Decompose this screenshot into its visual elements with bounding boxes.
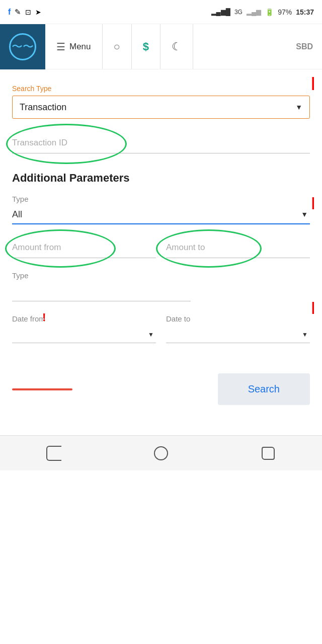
date-to-arrow-icon: ▼	[302, 331, 308, 338]
date-to-select[interactable]	[166, 326, 310, 343]
amount-from-col	[12, 237, 156, 258]
search-type-label: Search Type	[12, 85, 310, 93]
additional-params-title: Additional Parameters	[12, 172, 310, 185]
network-type: 3G	[234, 9, 243, 16]
moon-icon: ☾	[172, 40, 182, 53]
status-right: ▂▄▆█ 3G ▂▄▆ 🔋 97% 15:37	[211, 8, 314, 16]
annotation-red-mark-1: |	[311, 74, 315, 91]
type-select-arrow-icon: ▼	[301, 210, 308, 218]
type-field-label: Type	[12, 195, 310, 203]
annotation-red-mark-3: !	[42, 311, 46, 324]
annotation-red-mark-4: |	[311, 299, 315, 315]
sbd-label: SBD	[296, 42, 322, 51]
clock: 15:37	[296, 8, 314, 16]
screen-icon: ⊡	[25, 8, 31, 16]
search-type-section: Search Type Transaction Account Block ▼	[12, 85, 310, 119]
additional-params-section: Additional Parameters | Type All Transfe…	[12, 172, 310, 343]
moon-button[interactable]: ☾	[160, 24, 193, 69]
transaction-id-section	[12, 133, 310, 153]
dollar-button[interactable]: $	[132, 24, 160, 69]
transaction-id-input[interactable]	[12, 133, 310, 153]
edit-icon: ✎	[15, 8, 21, 17]
app-logo[interactable]: 〜〜	[0, 24, 45, 69]
android-back-icon	[46, 446, 61, 461]
android-recent-button[interactable]	[256, 441, 281, 466]
wifi-bars: ▂▄▆	[247, 8, 261, 16]
date-from-select-wrapper: ! ▼	[12, 326, 156, 343]
menu-label: Menu	[69, 42, 91, 52]
search-button[interactable]: Search	[218, 373, 310, 405]
date-row: Date from ! ▼ | Date to	[12, 314, 310, 343]
date-from-col: Date from ! ▼	[12, 314, 156, 343]
date-to-select-wrapper: ▼	[166, 326, 310, 343]
android-home-icon	[154, 446, 168, 460]
type-select-wrapper: All Transfer Vote Comment ▼	[12, 205, 310, 224]
transaction-id-wrapper	[12, 133, 310, 153]
date-from-arrow-icon: ▼	[148, 331, 154, 338]
red-line-annotation	[12, 388, 72, 390]
search-nav-button[interactable]: ○	[103, 24, 132, 69]
type-text-input[interactable]	[12, 281, 191, 301]
date-to-col: | Date to ▼	[166, 314, 310, 343]
amount-row	[12, 237, 310, 258]
menu-icon: ☰	[56, 41, 65, 53]
status-icons: f ✎ ⊡ ➤	[8, 8, 41, 17]
send-icon: ➤	[35, 8, 41, 16]
date-to-wrapper: | Date to ▼	[166, 314, 310, 343]
date-from-label: Date from	[12, 314, 156, 323]
amount-to-col	[166, 237, 310, 258]
type-text-label: Type	[12, 271, 310, 280]
nav-bar: 〜〜 ☰ Menu ○ $ ☾ SBD	[0, 24, 322, 69]
type-text-field-section: Type	[12, 271, 310, 301]
search-type-select[interactable]: Transaction Account Block	[13, 96, 309, 118]
logo-circle: 〜〜	[9, 33, 36, 60]
search-nav-icon: ○	[114, 40, 120, 53]
amount-from-wrapper	[12, 237, 156, 258]
type-select[interactable]: All Transfer Vote Comment	[12, 205, 310, 223]
nav-items: ☰ Menu ○ $ ☾ SBD	[45, 24, 322, 69]
logo-icon: 〜〜	[12, 39, 34, 54]
amount-to-wrapper	[166, 237, 310, 258]
android-back-button[interactable]	[41, 441, 66, 466]
amount-to-input[interactable]	[166, 237, 310, 258]
bottom-area: Search	[12, 373, 310, 415]
dollar-icon: $	[143, 40, 149, 53]
type-field-section: | Type All Transfer Vote Comment ▼	[12, 195, 310, 224]
search-type-select-wrapper: Transaction Account Block ▼	[12, 96, 310, 119]
annotation-red-mark-2: |	[311, 195, 315, 210]
facebook-icon: f	[8, 8, 11, 17]
android-recent-icon	[262, 447, 275, 460]
menu-button[interactable]: ☰ Menu	[45, 24, 103, 69]
signal-bars: ▂▄▆█	[211, 8, 230, 16]
android-home-button[interactable]	[148, 441, 174, 466]
amount-from-input[interactable]	[12, 237, 156, 258]
android-nav-bar	[0, 435, 322, 470]
date-from-select[interactable]	[12, 326, 156, 343]
battery-percent: 97%	[278, 8, 292, 16]
main-content: | Search Type Transaction Account Block …	[0, 69, 322, 425]
battery-icon: 🔋	[265, 8, 274, 16]
date-to-label: Date to	[166, 314, 310, 323]
status-bar: f ✎ ⊡ ➤ ▂▄▆█ 3G ▂▄▆ 🔋 97% 15:37	[0, 0, 322, 24]
